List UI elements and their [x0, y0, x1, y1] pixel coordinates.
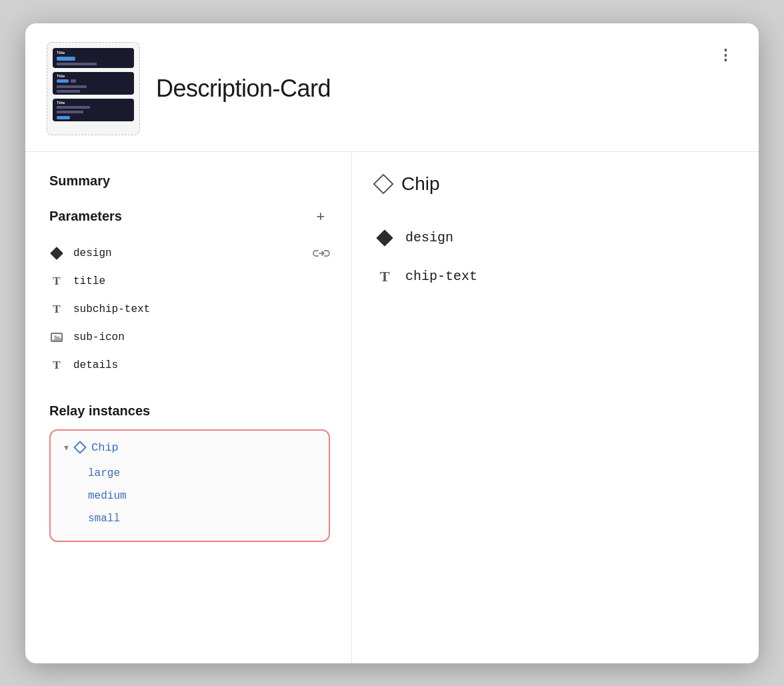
param-design-link-icon[interactable] — [313, 247, 330, 260]
content-area: Summary Parameters + design — [25, 152, 759, 663]
summary-section-title: Summary — [49, 173, 330, 189]
component-thumbnail: Title Title Title — [47, 42, 140, 135]
relay-instance-chip-header[interactable]: ▾ Chip — [64, 441, 315, 454]
param-subchip-text-label: subchip-text — [73, 303, 330, 315]
more-options-button[interactable]: ⋮ — [713, 42, 737, 66]
right-section-title: Chip — [401, 173, 440, 195]
parameters-title: Parameters — [49, 209, 122, 224]
parameter-list: design T title — [49, 239, 330, 379]
right-param-chip-text-label: chip-text — [405, 269, 477, 284]
right-t-icon-chip-text: T — [376, 268, 393, 285]
param-design-label: design — [73, 247, 303, 259]
chip-outline-icon — [373, 173, 393, 194]
param-subchip-text: T subchip-text — [49, 295, 330, 323]
add-parameter-button[interactable]: + — [311, 207, 330, 226]
relay-chip-name: Chip — [91, 441, 119, 454]
header: Title Title Title Description- — [25, 23, 759, 152]
right-panel: Chip design T chip-text — [352, 152, 759, 663]
right-param-chip-text: T chip-text — [376, 257, 735, 296]
relay-instances-title: Relay instances — [49, 403, 330, 419]
relay-instance-chip-box: ▾ Chip large medium small — [49, 429, 330, 542]
main-window: Title Title Title Description- — [25, 23, 759, 663]
chevron-down-icon: ▾ — [64, 442, 69, 453]
param-title: T title — [49, 267, 330, 295]
right-param-design-label: design — [405, 230, 453, 245]
param-details: T details — [49, 351, 330, 379]
relay-sub-item-large[interactable]: large — [88, 462, 315, 485]
t-icon-details: T — [49, 358, 64, 373]
parameters-header: Parameters + — [49, 207, 330, 226]
param-details-label: details — [73, 359, 330, 371]
relay-sub-item-small[interactable]: small — [88, 507, 315, 530]
param-sub-icon-label: sub-icon — [73, 331, 330, 343]
relay-sub-item-medium[interactable]: medium — [88, 485, 315, 507]
header-title-area: Description-Card — [156, 75, 697, 103]
page-title: Description-Card — [156, 75, 697, 103]
chip-diamond-outline-icon — [73, 441, 87, 454]
image-icon-sub-icon — [49, 330, 64, 345]
param-design: design — [49, 239, 330, 267]
left-panel: Summary Parameters + design — [25, 152, 352, 663]
t-icon-title: T — [49, 274, 64, 289]
right-diamond-filled-icon — [376, 229, 393, 247]
right-section-header: Chip — [376, 173, 735, 195]
t-icon-subchip: T — [49, 302, 64, 317]
right-param-design: design — [376, 219, 735, 257]
relay-chip-sub-items: large medium small — [64, 462, 315, 530]
diamond-filled-icon — [49, 246, 64, 261]
param-title-label: title — [73, 275, 330, 287]
param-sub-icon: sub-icon — [49, 323, 330, 351]
right-param-list: design T chip-text — [376, 219, 735, 296]
